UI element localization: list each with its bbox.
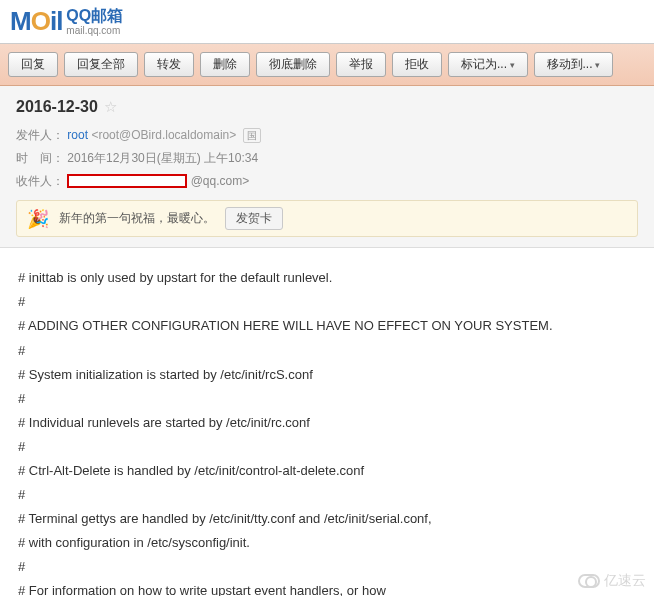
watermark: 亿速云 [578,572,646,590]
redacted-recipient [67,174,187,188]
mark-as-dropdown[interactable]: 标记为... [448,52,528,77]
star-icon[interactable]: ☆ [104,98,117,116]
confetti-icon: 🎉 [27,208,49,230]
date-line: 时 间： 2016年12月30日(星期五) 上午10:34 [16,147,638,170]
body-line: # Individual runlevels are started by /e… [18,411,636,435]
recipient-domain: @qq.com> [191,174,250,188]
watermark-text: 亿速云 [604,572,646,590]
date-label: 时 间： [16,151,64,165]
logo-brand: QQ邮箱 mail.qq.com [66,7,123,36]
forward-button[interactable]: 转发 [144,52,194,77]
reject-button[interactable]: 拒收 [392,52,442,77]
app-header: MOil QQ邮箱 mail.qq.com [0,0,654,44]
logo-il: il [50,6,62,36]
body-line: # with configuration in /etc/sysconfig/i… [18,531,636,555]
body-line: # System initialization is started by /e… [18,363,636,387]
body-line: # For information on how to write upstar… [18,579,636,596]
brand-en: mail.qq.com [66,25,123,36]
body-line: # inittab is only used by upstart for th… [18,266,636,290]
report-button[interactable]: 举报 [336,52,386,77]
cloud-icon [578,574,600,588]
body-line: # [18,339,636,363]
sender-name[interactable]: root [67,128,88,142]
body-line: # ADDING OTHER CONFIGURATION HERE WILL H… [18,314,636,338]
body-line: # [18,555,636,579]
move-to-dropdown[interactable]: 移动到... [534,52,614,77]
subject-row: 2016-12-30 ☆ [16,98,638,116]
reply-all-button[interactable]: 回复全部 [64,52,138,77]
logo-o: O [31,6,50,36]
body-line: # [18,290,636,314]
subject: 2016-12-30 [16,98,98,116]
logo-m: M [10,6,31,36]
promo-bar: 🎉 新年的第一句祝福，最暖心。 发贺卡 [16,200,638,237]
body-line: # Ctrl-Alt-Delete is handled by /etc/ini… [18,459,636,483]
body-line: # [18,387,636,411]
sender-label: 发件人： [16,128,64,142]
recipient-line: 收件人： @qq.com> [16,170,638,193]
delete-permanent-button[interactable]: 彻底删除 [256,52,330,77]
body-line: # [18,435,636,459]
message-body: # inittab is only used by upstart for th… [0,248,654,596]
logo-mail: MOil [10,6,62,37]
address-book-icon[interactable]: 国 [243,128,261,143]
sender-line: 发件人： root <root@OBird.localdomain> 国 [16,124,638,147]
message-meta-panel: 2016-12-30 ☆ 发件人： root <root@OBird.local… [0,86,654,248]
delete-button[interactable]: 删除 [200,52,250,77]
body-line: # [18,483,636,507]
toolbar: 回复 回复全部 转发 删除 彻底删除 举报 拒收 标记为... 移动到... [0,44,654,86]
body-line: # Terminal gettys are handled by /etc/in… [18,507,636,531]
promo-text: 新年的第一句祝福，最暖心。 [59,210,215,227]
sender-address: <root@OBird.localdomain> [91,128,236,142]
recipient-label: 收件人： [16,174,64,188]
date-value: 2016年12月30日(星期五) 上午10:34 [67,151,258,165]
brand-cn: QQ邮箱 [66,7,123,25]
send-card-button[interactable]: 发贺卡 [225,207,283,230]
reply-button[interactable]: 回复 [8,52,58,77]
